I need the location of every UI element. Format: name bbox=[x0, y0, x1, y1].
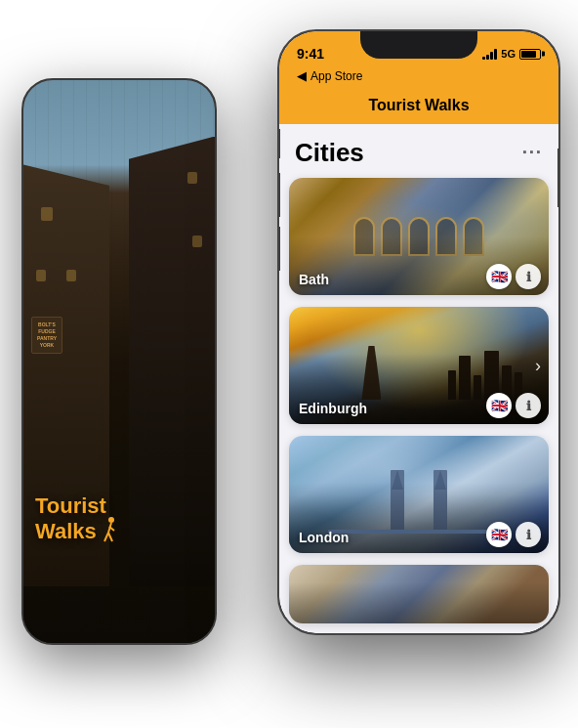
more-options-icon[interactable]: ⋮ bbox=[520, 143, 544, 164]
london-badge: 🇬🇧 ℹ bbox=[486, 522, 541, 547]
york-image bbox=[289, 565, 549, 623]
edinburgh-badge: 🇬🇧 ℹ bbox=[486, 393, 541, 418]
london-name: London bbox=[299, 530, 349, 545]
status-time: 9:41 bbox=[297, 46, 324, 62]
brand-tourist-text: Tourist bbox=[35, 494, 118, 518]
phone-front: 9:41 5G ◀ App Store bbox=[277, 29, 560, 635]
city-card-york[interactable] bbox=[289, 565, 549, 623]
brand-walks-text: Walks bbox=[35, 520, 97, 543]
edinburgh-flag-button[interactable]: 🇬🇧 bbox=[486, 393, 512, 418]
status-icons: 5G bbox=[482, 48, 541, 60]
app-store-label[interactable]: App Store bbox=[310, 69, 362, 83]
shop-sign: BOLT'SFUDGEPANTRYYORK bbox=[31, 317, 62, 354]
svg-line-3 bbox=[108, 533, 112, 541]
window bbox=[66, 270, 76, 281]
edinburgh-name: Edinburgh bbox=[299, 401, 367, 416]
city-card-bath[interactable]: Bath 🇬🇧 ℹ bbox=[289, 178, 549, 295]
london-flag-button[interactable]: 🇬🇧 bbox=[486, 522, 512, 547]
app-screen: 9:41 5G ◀ App Store bbox=[279, 31, 558, 633]
volume-down-button[interactable] bbox=[277, 227, 280, 271]
city-card-london[interactable]: London 🇬🇧 ℹ bbox=[289, 436, 549, 553]
window bbox=[36, 270, 46, 281]
svg-point-0 bbox=[108, 517, 114, 523]
app-store-bar: ◀ App Store bbox=[279, 68, 558, 89]
edinburgh-info-button[interactable]: ℹ bbox=[516, 393, 541, 418]
bridge-deck bbox=[328, 530, 510, 534]
nav-bar: Tourist Walks bbox=[279, 89, 558, 124]
city-card-edinburgh[interactable]: Edinburgh 🇬🇧 ℹ › bbox=[289, 307, 549, 424]
content-area[interactable]: Cities ⋮ bbox=[279, 124, 558, 633]
edinburgh-chevron-icon: › bbox=[535, 356, 541, 376]
silent-switch[interactable] bbox=[277, 129, 280, 158]
building-right bbox=[129, 137, 215, 587]
scene: BOLT'SFUDGEPANTRYYORK Tourist Walks bbox=[0, 0, 578, 728]
power-button[interactable] bbox=[557, 149, 560, 207]
bath-name: Bath bbox=[299, 272, 329, 287]
window bbox=[41, 207, 53, 221]
cities-title: Cities bbox=[295, 138, 364, 168]
brand-overlay: Tourist Walks bbox=[35, 494, 118, 545]
window bbox=[187, 172, 197, 184]
signal-icon bbox=[482, 48, 497, 60]
back-screen: BOLT'SFUDGEPANTRYYORK Tourist Walks bbox=[23, 80, 215, 643]
bath-flag-button[interactable]: 🇬🇧 bbox=[486, 264, 512, 289]
network-label: 5G bbox=[501, 48, 516, 60]
london-info-button[interactable]: ℹ bbox=[516, 522, 541, 547]
walker-icon bbox=[101, 516, 118, 543]
bath-badge: 🇬🇧 ℹ bbox=[486, 264, 541, 289]
battery-icon bbox=[519, 49, 541, 60]
window bbox=[192, 236, 202, 247]
bath-info-button[interactable]: ℹ bbox=[516, 264, 541, 289]
phone-back: BOLT'SFUDGEPANTRYYORK Tourist Walks bbox=[21, 78, 217, 645]
svg-line-2 bbox=[104, 533, 108, 541]
cities-header: Cities ⋮ bbox=[279, 124, 558, 178]
nav-title: Tourist Walks bbox=[368, 97, 469, 113]
volume-up-button[interactable] bbox=[277, 173, 280, 217]
back-arrow-icon[interactable]: ◀ bbox=[297, 68, 307, 83]
notch bbox=[360, 31, 477, 59]
